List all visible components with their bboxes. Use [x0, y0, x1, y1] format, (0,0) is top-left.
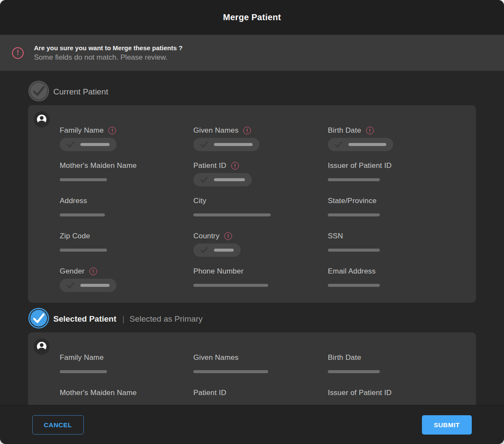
- field-label: Family Name: [60, 126, 104, 135]
- field-value: [328, 208, 470, 222]
- alert-circle-icon: !: [12, 47, 24, 59]
- patient-field: Issuer of Patient ID: [328, 389, 470, 405]
- redacted-value-bar: [328, 178, 380, 181]
- warning-banner: ! Are you sure you want to Merge these p…: [0, 35, 504, 71]
- current-patient-card: Family Name ! Given Names !: [28, 105, 476, 303]
- redacted-value-bar: [214, 178, 245, 181]
- field-label: Country: [193, 232, 220, 240]
- matched-value-pill: [193, 243, 241, 257]
- redacted-value-bar: [328, 249, 380, 252]
- field-value: [193, 173, 328, 186]
- field-value: [60, 173, 193, 186]
- patient-field: Address: [60, 197, 193, 222]
- dialog-title: Merge Patient: [223, 12, 281, 22]
- field-value: [193, 278, 328, 292]
- field-value: [60, 243, 193, 257]
- patient-field: Birth Date: [328, 353, 470, 378]
- redacted-value-bar: [60, 213, 105, 216]
- redacted-value-bar: [328, 370, 380, 373]
- field-label: Issuer of Patient ID: [328, 389, 392, 397]
- field-label: Issuer of Patient ID: [328, 161, 392, 170]
- field-warning-icon: !: [366, 127, 374, 134]
- patient-avatar-icon: [34, 111, 50, 129]
- field-value: [60, 278, 193, 292]
- field-value: [328, 243, 470, 257]
- redacted-value-bar: [80, 143, 110, 146]
- selected-patient-title: Selected Patient: [53, 314, 116, 324]
- cancel-button[interactable]: CANCEL: [32, 415, 84, 435]
- patient-field: Given Names: [193, 353, 328, 378]
- field-label: Patient ID: [193, 161, 226, 170]
- patient-field: Gender !: [60, 267, 193, 292]
- redacted-value-bar: [193, 284, 268, 287]
- field-value: [328, 173, 470, 186]
- patient-field: Family Name !: [60, 126, 193, 151]
- field-label: Family Name: [60, 353, 104, 362]
- check-icon: [67, 141, 74, 148]
- field-warning-icon: !: [224, 232, 232, 240]
- patient-field: Phone Number: [193, 267, 328, 292]
- field-label: Given Names: [193, 353, 238, 362]
- field-label: Phone Number: [193, 267, 244, 276]
- field-value: [60, 208, 193, 222]
- patient-field: Given Names !: [193, 126, 328, 151]
- redacted-value-bar: [193, 370, 268, 373]
- field-value: [193, 137, 328, 151]
- redacted-value-bar: [60, 249, 107, 252]
- field-value: [193, 243, 328, 257]
- field-label: Gender: [60, 267, 85, 276]
- merge-patient-dialog: Merge Patient ! Are you sure you want to…: [0, 0, 504, 444]
- check-icon: [67, 282, 74, 289]
- dialog-body: Current Patient Family Name !: [0, 71, 504, 405]
- matched-value-pill: [193, 138, 260, 151]
- check-circle-gray-icon[interactable]: [28, 80, 49, 103]
- redacted-value-bar: [328, 213, 380, 216]
- field-warning-icon: !: [231, 162, 239, 170]
- field-value: [60, 137, 193, 151]
- patient-field: Mother's Maiden Name: [60, 161, 193, 186]
- check-icon: [335, 141, 342, 148]
- redacted-value-bar: [348, 143, 386, 146]
- check-icon: [200, 247, 208, 253]
- patient-avatar-icon: [34, 338, 50, 356]
- redacted-value-bar: [193, 213, 271, 216]
- field-label: Zip Code: [60, 232, 90, 240]
- matched-value-pill: [328, 138, 393, 151]
- current-patient-fields: Family Name ! Given Names !: [28, 105, 476, 292]
- redacted-value-bar: [328, 284, 380, 287]
- field-value: [193, 400, 328, 405]
- field-label: Address: [60, 197, 87, 205]
- field-value: [193, 365, 328, 378]
- field-label: Mother's Maiden Name: [60, 389, 137, 397]
- patient-field: Patient ID: [193, 389, 328, 405]
- matched-value-pill: [60, 138, 116, 151]
- patient-field: Country !: [193, 232, 328, 257]
- current-patient-title: Current Patient: [53, 87, 108, 97]
- field-warning-icon: !: [243, 127, 251, 134]
- warning-subtitle: Some fields do not match. Please review.: [34, 53, 183, 62]
- submit-button[interactable]: SUBMIT: [422, 415, 472, 435]
- field-value: [328, 400, 470, 405]
- patient-field: Zip Code: [60, 232, 193, 257]
- field-warning-icon: !: [89, 268, 97, 275]
- patient-field: Email Address: [328, 267, 470, 292]
- patient-field: City: [193, 197, 328, 222]
- matched-value-pill: [60, 279, 116, 292]
- field-label: SSN: [328, 232, 343, 240]
- dialog-footer: CANCEL SUBMIT: [0, 405, 504, 444]
- field-label: Given Names: [193, 126, 238, 135]
- field-label: State/Province: [328, 197, 376, 205]
- current-patient-header: Current Patient: [28, 81, 476, 103]
- patient-field: Issuer of Patient ID: [328, 161, 470, 186]
- patient-field: SSN: [328, 232, 470, 257]
- field-label: Mother's Maiden Name: [60, 161, 137, 170]
- redacted-value-bar: [60, 370, 107, 373]
- field-value: [60, 400, 193, 405]
- redacted-value-bar: [60, 178, 107, 181]
- redacted-value-bar: [80, 284, 110, 287]
- field-value: [328, 278, 470, 292]
- field-label: Birth Date: [328, 353, 361, 362]
- patient-field: Family Name: [60, 353, 193, 378]
- check-circle-blue-icon[interactable]: [28, 307, 49, 331]
- header-separator: |: [122, 315, 125, 324]
